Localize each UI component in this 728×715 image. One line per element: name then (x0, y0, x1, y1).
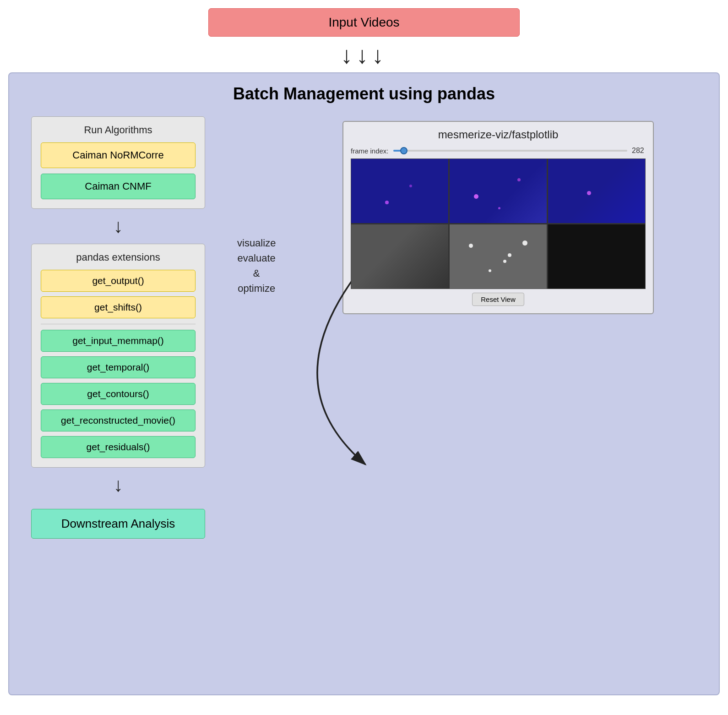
slider-label: frame index: (351, 147, 389, 155)
left-column: Run Algorithms Caiman NoRMCorre Caiman C… (22, 116, 214, 539)
get-shifts-btn[interactable]: get_shifts() (41, 296, 196, 318)
main-title: Batch Management using pandas (22, 84, 706, 104)
run-algorithms-label: Run Algorithms (41, 124, 196, 136)
viz-panel: mesmerize-viz/fastplotlib frame index: 2… (342, 121, 654, 314)
get-output-btn[interactable]: get_output() (41, 270, 196, 292)
slider-row: frame index: 282 (351, 147, 646, 155)
img-cell-blue-3 (548, 159, 645, 223)
divider (41, 324, 196, 324)
slider-value: 282 (632, 147, 646, 155)
image-grid (351, 158, 646, 289)
slider-track[interactable] (393, 150, 627, 152)
get-temporal-btn[interactable]: get_temporal() (41, 356, 196, 378)
reset-view-button[interactable]: Reset View (472, 293, 524, 306)
pandas-extensions-box: pandas extensions get_output() get_shift… (31, 244, 205, 468)
visualize-label: visualize evaluate & optimize (237, 235, 276, 296)
down-arrows: ↓↓↓ (0, 41, 728, 69)
run-algorithms-box: Run Algorithms Caiman NoRMCorre Caiman C… (31, 116, 205, 209)
right-column: visualize evaluate & optimize mesmerize-… (214, 116, 706, 529)
caiman-normcorre-btn[interactable]: Caiman NoRMCorre (41, 142, 196, 168)
viz-title: mesmerize-viz/fastplotlib (351, 128, 646, 141)
downstream-analysis-box: Downstream Analysis (31, 509, 205, 539)
content-row: Run Algorithms Caiman NoRMCorre Caiman C… (22, 116, 706, 539)
caiman-cnmf-btn[interactable]: Caiman CNMF (41, 174, 196, 199)
main-container: Batch Management using pandas Run Algori… (8, 72, 720, 695)
reset-btn-row: Reset View (351, 293, 646, 306)
get-residuals-btn[interactable]: get_residuals() (41, 436, 196, 458)
pandas-extensions-label: pandas extensions (41, 251, 196, 263)
img-cell-blue-1 (351, 159, 448, 223)
img-cell-spotted (450, 224, 547, 289)
get-reconstructed-movie-btn[interactable]: get_reconstructed_movie() (41, 409, 196, 431)
input-videos-bar: Input Videos (208, 8, 520, 37)
get-contours-btn[interactable]: get_contours() (41, 383, 196, 405)
img-cell-dark (548, 224, 645, 289)
img-cell-blue-2 (450, 159, 547, 223)
arrow-down-1: ↓ (114, 215, 123, 237)
img-cell-gray-1 (351, 224, 448, 289)
arrow-down-2: ↓ (114, 474, 123, 496)
slider-thumb[interactable] (400, 147, 407, 154)
get-input-memmap-btn[interactable]: get_input_memmap() (41, 330, 196, 352)
